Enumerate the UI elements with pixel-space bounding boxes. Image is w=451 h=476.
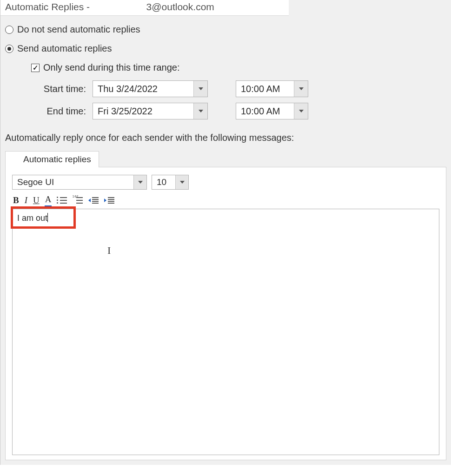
font-color-button[interactable]: A bbox=[45, 194, 52, 206]
number-list-icon[interactable] bbox=[73, 196, 83, 205]
chevron-down-icon bbox=[138, 181, 143, 184]
instruction-text: Automatically reply once for each sender… bbox=[5, 132, 446, 143]
dropdown-button[interactable] bbox=[193, 81, 207, 97]
chevron-down-icon bbox=[299, 110, 304, 112]
dropdown-button[interactable] bbox=[175, 175, 188, 189]
start-time-picker[interactable]: 10:00 AM bbox=[236, 80, 308, 97]
dialog-content: Do not send automatic replies Send autom… bbox=[0, 16, 451, 465]
time-range-checkbox-row[interactable]: Only send during this time range: bbox=[31, 62, 446, 73]
radio-icon bbox=[5, 26, 13, 34]
bullet-list-icon[interactable] bbox=[57, 196, 67, 205]
end-date-value: Fri 3/25/2022 bbox=[93, 103, 193, 119]
font-name-picker[interactable]: Segoe UI bbox=[12, 175, 147, 190]
tab-strip: Automatic replies Segoe UI 10 B I bbox=[5, 151, 446, 460]
start-time-label: Start time: bbox=[31, 84, 93, 94]
checkbox-icon bbox=[31, 64, 40, 72]
dropdown-button[interactable] bbox=[294, 81, 308, 97]
send-sub-options: Only send during this time range: Start … bbox=[5, 62, 446, 119]
message-editor[interactable]: I am out I bbox=[12, 209, 439, 455]
radio-icon bbox=[5, 45, 13, 53]
tab-label: Automatic replies bbox=[23, 154, 91, 165]
dialog-title: Automatic Replies - xxxxxxxxxxx 3@outloo… bbox=[0, 0, 289, 16]
message-text: I am out bbox=[17, 213, 47, 223]
font-name-value: Segoe UI bbox=[13, 175, 133, 189]
font-toolbar: Segoe UI 10 bbox=[12, 175, 439, 190]
dropdown-button[interactable] bbox=[294, 103, 308, 119]
end-time-picker[interactable]: 10:00 AM bbox=[236, 103, 308, 119]
start-date-value: Thu 3/24/2022 bbox=[93, 81, 193, 97]
ibeam-cursor-icon: I bbox=[107, 245, 111, 257]
automatic-replies-tab[interactable]: Automatic replies bbox=[5, 151, 99, 167]
outdent-icon[interactable] bbox=[88, 196, 99, 205]
do-not-send-radio-row[interactable]: Do not send automatic replies bbox=[5, 24, 446, 35]
text-caret bbox=[47, 213, 48, 222]
editor-panel: Segoe UI 10 B I U A bbox=[5, 167, 446, 460]
chevron-down-icon bbox=[299, 87, 304, 90]
format-toolbar: B I U A bbox=[12, 194, 439, 206]
end-time-value: 10:00 AM bbox=[236, 103, 294, 119]
globe-icon bbox=[10, 155, 20, 164]
dropdown-button[interactable] bbox=[193, 103, 207, 119]
end-date-picker[interactable]: Fri 3/25/2022 bbox=[93, 103, 208, 119]
start-time-value: 10:00 AM bbox=[236, 81, 294, 97]
bold-button[interactable]: B bbox=[13, 195, 19, 205]
chevron-down-icon bbox=[199, 110, 203, 112]
redacted-email-part: xxxxxxxxxxx bbox=[91, 1, 145, 13]
end-time-label: End time: bbox=[31, 106, 93, 117]
start-date-picker[interactable]: Thu 3/24/2022 bbox=[93, 80, 208, 97]
underline-button[interactable]: U bbox=[33, 195, 40, 205]
send-radio-row[interactable]: Send automatic replies bbox=[5, 43, 446, 54]
italic-button[interactable]: I bbox=[25, 195, 27, 205]
font-size-value: 10 bbox=[152, 175, 175, 189]
chevron-down-icon bbox=[199, 87, 203, 90]
title-email-suffix: 3@outlook.com bbox=[146, 1, 214, 13]
start-time-row: Start time: Thu 3/24/2022 10:00 AM bbox=[31, 80, 446, 97]
font-size-picker[interactable]: 10 bbox=[152, 175, 189, 190]
dropdown-button[interactable] bbox=[133, 175, 146, 189]
time-range-label: Only send during this time range: bbox=[43, 62, 180, 73]
do-not-send-label: Do not send automatic replies bbox=[17, 24, 140, 35]
title-prefix: Automatic Replies - bbox=[5, 1, 90, 13]
end-time-row: End time: Fri 3/25/2022 10:00 AM bbox=[31, 103, 446, 119]
automatic-replies-dialog: Automatic Replies - xxxxxxxxxxx 3@outloo… bbox=[0, 0, 451, 465]
chevron-down-icon bbox=[180, 181, 185, 184]
indent-icon[interactable] bbox=[104, 196, 114, 205]
send-label: Send automatic replies bbox=[17, 43, 112, 54]
